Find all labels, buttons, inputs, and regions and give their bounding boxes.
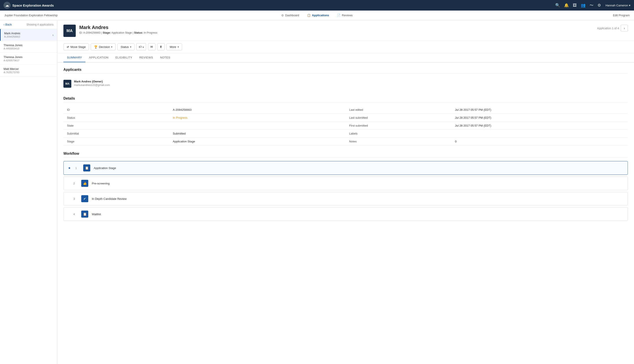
workflow-item[interactable]: 2 👍 Pre-screening	[63, 176, 628, 190]
tab-reviews[interactable]: REVIEWS	[136, 53, 156, 62]
next-application-button[interactable]: ›	[621, 24, 628, 32]
move-stage-icon: ⇄	[67, 45, 69, 48]
move-stage-button[interactable]: ⇄ Move Stage	[63, 44, 89, 50]
app-logo[interactable]: ☁ Space Exploration Awards	[4, 2, 553, 9]
avatar: MA	[63, 24, 76, 37]
export-button[interactable]: ⬆	[157, 43, 165, 50]
detail-value-submittal: Submitted	[169, 130, 346, 138]
email-icon: ✉	[150, 45, 153, 48]
export-icon: ⬆	[160, 45, 162, 48]
app-nav-label: Application 1 of 4	[597, 26, 619, 30]
move-stage-label: Move Stage	[70, 45, 86, 48]
tab-application[interactable]: APPLICATION	[85, 53, 112, 62]
workflow-item[interactable]: ★ 1 📋 Application Stage	[63, 161, 628, 175]
more-button[interactable]: More ▾	[166, 44, 182, 50]
user-dropdown-icon: ▾	[629, 4, 630, 7]
tab-notes[interactable]: NOTES	[156, 53, 174, 62]
sub-nav: Jupiter Foundation Exploration Fellowshi…	[0, 10, 634, 20]
workflow-num: 3	[73, 197, 78, 200]
more-label: More	[170, 45, 176, 48]
app-nav-right: Application 1 of 4 ›	[597, 24, 628, 32]
list-item-info: Mark Andres A-2094256663	[4, 32, 52, 38]
applicant-avatar: MA	[63, 80, 71, 88]
workflow-num: 4	[73, 212, 78, 216]
detail-value-last-edited: Jul 28 2017 05:57 PM (EDT)	[452, 106, 628, 114]
main-layout: ‹ Back Showing 4 applications Mark Andre…	[0, 20, 634, 364]
detail-label-submittal: Submittal	[63, 130, 169, 138]
workflow-stage-icon: 👍	[81, 180, 88, 187]
more-dropdown-icon: ▾	[178, 46, 179, 48]
detail-value-status: In Progress	[169, 114, 346, 122]
workflow-item[interactable]: 4 📋 Waitlist	[63, 207, 628, 221]
app-meta: ID: A-2094256663 | Stage: Application St…	[79, 31, 597, 34]
user-name-label: Hannah Cameron	[605, 4, 628, 7]
tab-summary[interactable]: SUMMARY	[63, 53, 85, 62]
workflow-stage-icon: ✔	[81, 195, 88, 202]
workflow-num: 2	[73, 182, 78, 185]
list-item-name: Theresa Jones	[4, 44, 54, 47]
chevron-right-icon: ›	[52, 33, 54, 37]
detail-label-id: ID	[63, 106, 169, 114]
list-item[interactable]: Matt Mercer A-7625170783	[0, 64, 57, 76]
workflow-label: Waitlist	[92, 212, 101, 216]
workflow-label: Pre-screening	[92, 182, 110, 185]
workflow-section: Workflow ★ 1 📋 Application Stage 2 👍 Pre…	[63, 152, 628, 221]
nav-dashboard[interactable]: ⊙ Dashboard	[278, 12, 303, 19]
logo-icon: ☁	[4, 2, 11, 9]
app-name: Space Exploration Awards	[12, 4, 54, 7]
status-button[interactable]: Status ▾	[117, 44, 134, 50]
detail-label-status: Status	[63, 114, 169, 122]
labels-dropdown-icon: ▾	[143, 46, 144, 48]
table-row: ID A-2094256663 Last edited Jul 28 2017 …	[63, 106, 628, 114]
detail-value-labels	[452, 130, 628, 138]
dashboard-icon: ⊙	[281, 14, 284, 17]
detail-label-stage: Stage	[63, 138, 169, 146]
list-item[interactable]: Theresa Jones A-4450059410	[0, 41, 57, 53]
detail-label-labels: Labels	[346, 130, 452, 138]
user-menu[interactable]: Hannah Cameron ▾	[605, 4, 630, 7]
tab-eligibility[interactable]: ELIGIBILITY	[112, 53, 136, 62]
sidebar-list: Mark Andres A-2094256663 › Theresa Jones…	[0, 29, 57, 364]
users-icon[interactable]: 👥	[581, 3, 586, 8]
toolbar: ⇄ Move Stage 🏆 Decision ▾ Status ▾ 🏷 ▾ ✉…	[57, 41, 634, 53]
settings-icon[interactable]: ⚙	[597, 3, 601, 8]
edit-program-link[interactable]: Edit Program	[421, 14, 629, 17]
search-icon[interactable]: 🔍	[555, 3, 560, 8]
list-item-info: Matt Mercer A-7625170783	[4, 67, 54, 74]
details-table: ID A-2094256663 Last edited Jul 28 2017 …	[63, 106, 628, 146]
detail-label-state: State	[63, 122, 169, 130]
applicant-email: markusandres122@gmail.com	[74, 84, 110, 86]
list-item[interactable]: Mark Andres A-2094256663 ›	[0, 29, 57, 41]
bell-icon[interactable]: 🔔	[564, 3, 569, 8]
workflow-title: Workflow	[63, 152, 628, 158]
detail-value-state	[169, 122, 346, 130]
nav-applications[interactable]: 📋 Applications	[304, 12, 333, 19]
applicants-title: Applicants	[63, 68, 628, 74]
labels-button[interactable]: 🏷 ▾	[136, 43, 146, 50]
star-icon: ★	[68, 166, 71, 170]
email-button[interactable]: ✉	[148, 43, 155, 50]
applicant-card: MA Mark Andres (Owner) markusandres122@g…	[63, 77, 628, 90]
table-row: State First submitted Jul 28 2017 05:57 …	[63, 122, 628, 130]
list-item-info: Theresa Jones A-4450059410	[4, 44, 54, 50]
list-item-id: A-6293579617	[4, 59, 54, 62]
status-dropdown-icon: ▾	[130, 46, 131, 48]
details-title: Details	[63, 96, 628, 102]
reviews-icon: 📄	[337, 14, 341, 17]
workflow-stage-icon: 📋	[83, 164, 90, 172]
list-item-id: A-4450059410	[4, 47, 54, 50]
decision-button[interactable]: 🏆 Decision ▾	[91, 44, 116, 50]
back-button[interactable]: ‹ Back	[4, 23, 12, 26]
showing-count: Showing 4 applications	[27, 23, 54, 26]
list-item[interactable]: Theresa Jones A-6293579617	[0, 53, 57, 64]
dashboard-label: Dashboard	[285, 14, 299, 17]
nav-reviews[interactable]: 📄 Reviews	[333, 12, 356, 19]
content-body: Applicants MA Mark Andres (Owner) markus…	[57, 62, 634, 228]
image-icon[interactable]: 🖼	[573, 3, 577, 8]
details-section: Details ID A-2094256663 Last edited Jul …	[63, 96, 628, 146]
activity-icon[interactable]: 〜	[589, 3, 593, 8]
applicant-name: Mark Andres	[79, 24, 597, 30]
list-item-id: A-2094256663	[4, 36, 52, 38]
detail-value-id: A-2094256663	[169, 106, 346, 114]
workflow-item[interactable]: 3 ✔ In Depth Candidate Review	[63, 192, 628, 206]
